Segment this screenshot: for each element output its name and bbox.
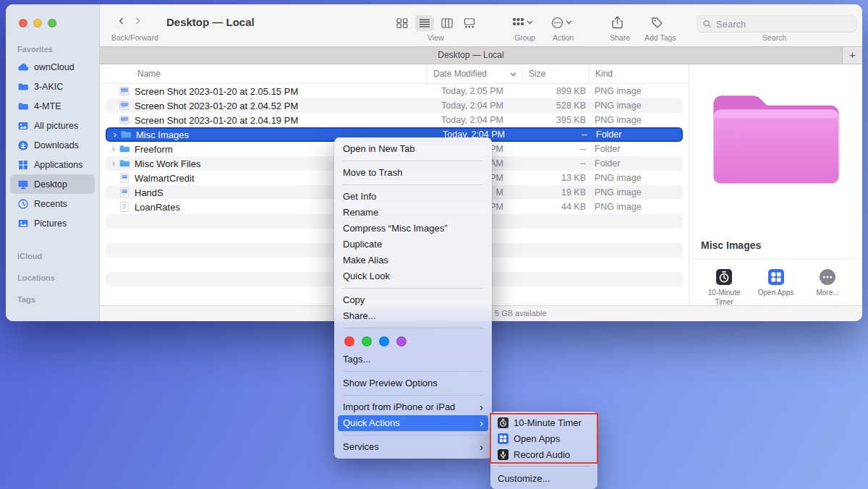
imgdoc-icon <box>119 187 130 198</box>
cloud-icon <box>17 61 29 73</box>
file-name: HandS <box>135 187 163 198</box>
search-field[interactable] <box>697 15 857 33</box>
file-kind: PNG image <box>589 115 683 125</box>
sidebar-section-locations[interactable]: Locations <box>17 273 99 282</box>
folderfile-icon <box>119 158 130 169</box>
preview-action-label: 10-Minute Timer <box>699 289 749 307</box>
sidebar-item-all-pictures[interactable]: All pictures <box>10 116 95 135</box>
preview-action-open-apps[interactable]: Open Apps <box>752 269 801 305</box>
menu-item-make-alias[interactable]: Make Alias <box>338 252 488 268</box>
search-input[interactable] <box>715 18 851 30</box>
forward-button[interactable]: › <box>135 10 140 29</box>
close-button[interactable] <box>19 19 27 27</box>
sidebar-item-recents[interactable]: Recents <box>10 194 95 213</box>
menu-item-label: Tags... <box>343 352 370 367</box>
sidebar-item-label: Applications <box>34 160 82 170</box>
column-header-date-modified[interactable]: Date Modified <box>427 64 522 83</box>
menu-item-move-to-trash[interactable]: Move to Trash <box>338 165 488 181</box>
menu-item-tags[interactable]: Tags... <box>338 352 488 367</box>
tag-blue[interactable] <box>379 336 389 346</box>
sidebar-section-favorites: Favorites <box>17 45 99 54</box>
column-view-icon <box>441 18 453 28</box>
sidebar-item-3-akic[interactable]: 3-AKIC <box>10 77 95 96</box>
file-row-screen-shot-2023-01-20-at-2-04-52-pm[interactable]: Screen Shot 2023-01-20 at 2.04.52 PMToda… <box>106 98 683 113</box>
sidebar-item-pictures[interactable]: Pictures <box>10 213 95 233</box>
disclosure-chevron-icon[interactable]: › <box>109 144 119 154</box>
tag-green[interactable] <box>362 336 372 346</box>
menu-item-quick-look[interactable]: Quick Look <box>338 268 488 284</box>
file-size: 19 KB <box>522 187 589 197</box>
tag-purple[interactable] <box>396 336 407 346</box>
traffic-lights <box>19 19 56 27</box>
share-button[interactable] <box>612 14 623 31</box>
menu-item-open-in-new-tab[interactable]: Open in New Tab <box>338 141 488 157</box>
file-row-screen-shot-2023-01-20-at-2-05-15-pm[interactable]: Screen Shot 2023-01-20 at 2.05.15 PMToda… <box>106 84 683 98</box>
preview-action-10-minute-timer[interactable]: 10-Minute Timer <box>699 269 749 305</box>
icon-view-button[interactable] <box>393 15 412 31</box>
menu-item-get-info[interactable]: Get Info <box>338 189 488 205</box>
preview-action-label: Open Apps <box>758 289 793 298</box>
submenu-arrow-icon: › <box>480 416 483 430</box>
submenu-item-record-audio[interactable]: Record Audio <box>493 446 595 462</box>
file-name: Screen Shot 2023-01-20 at 2.05.15 PM <box>135 86 298 97</box>
menu-item-compress-misc-images[interactable]: Compress “Misc Images” <box>338 221 488 237</box>
menu-item-label: Quick Actions <box>343 415 400 431</box>
sidebar-section-tags[interactable]: Tags <box>17 295 99 304</box>
file-date: Today, 2:04 PM <box>427 115 522 125</box>
sidebar-item-applications[interactable]: Applications <box>10 155 95 174</box>
add-tags-button[interactable] <box>651 14 663 31</box>
menu-item-duplicate[interactable]: Duplicate <box>338 237 488 252</box>
preview-action-more[interactable]: More... <box>803 269 852 305</box>
menu-separator <box>343 328 483 328</box>
menu-item-copy[interactable]: Copy <box>338 292 488 308</box>
file-kind: Folder <box>589 158 683 169</box>
menu-item-show-preview-options[interactable]: Show Preview Options <box>338 375 488 391</box>
menu-item-label: Rename <box>343 205 378 221</box>
action-button[interactable] <box>551 14 572 31</box>
disclosure-chevron-icon[interactable]: › <box>109 158 119 169</box>
menu-separator <box>343 288 483 289</box>
search-label: Search <box>762 33 786 42</box>
menu-item-customize[interactable]: Customize... <box>493 470 595 486</box>
tab-desktop-local[interactable]: Desktop — Local <box>100 47 842 64</box>
column-header-kind[interactable]: Kind <box>589 64 689 83</box>
submenu-item-open-apps[interactable]: Open Apps <box>493 430 595 446</box>
sidebar-item-owncloud[interactable]: ownCloud <box>10 57 95 77</box>
file-row-screen-shot-2023-01-20-at-2-04-19-pm[interactable]: Screen Shot 2023-01-20 at 2.04.19 PMToda… <box>106 113 683 127</box>
back-button[interactable]: ‹ <box>119 10 124 29</box>
gallery-view-button[interactable] <box>460 15 479 31</box>
file-kind: PNG image <box>589 187 683 197</box>
menu-item-share[interactable]: Share... <box>338 308 488 324</box>
column-view-button[interactable] <box>438 15 456 31</box>
minimize-button[interactable] <box>33 19 42 27</box>
menu-separator <box>343 395 483 396</box>
sidebar-item-downloads[interactable]: Downloads <box>10 135 95 155</box>
preview-folder-icon <box>705 83 847 195</box>
sidebar-item-desktop[interactable]: Desktop <box>10 174 95 194</box>
menu-item-label: Show Preview Options <box>343 375 438 391</box>
list-view-button[interactable] <box>415 15 434 31</box>
zoom-button[interactable] <box>48 19 56 27</box>
apps-icon <box>17 159 29 171</box>
menu-item-import-from-iphone-or-ipad[interactable]: Import from iPhone or iPad› <box>338 399 488 415</box>
sidebar-item-4-mte[interactable]: 4-MTE <box>10 96 95 116</box>
menu-item-quick-actions[interactable]: Quick Actions› <box>338 415 488 431</box>
group-button[interactable] <box>512 14 533 31</box>
submenu-item-10-minute-timer[interactable]: 10-Minute Timer <box>493 414 595 430</box>
new-tab-button[interactable]: + <box>842 47 862 64</box>
preview-pane: Misc Images 10-Minute TimerOpen AppsMore… <box>689 64 862 305</box>
sidebar-section-icloud[interactable]: iCloud <box>17 252 99 260</box>
file-kind: PNG image <box>589 86 683 96</box>
menu-item-label: Make Alias <box>343 252 388 268</box>
menu-item-services[interactable]: Services› <box>338 439 488 455</box>
desktop-icon <box>17 179 29 190</box>
menu-item-rename[interactable]: Rename <box>338 205 488 221</box>
sidebar-favorites-list: ownCloud3-AKIC4-MTEAll picturesDownloads… <box>6 57 99 233</box>
column-header-size[interactable]: Size <box>522 64 589 83</box>
column-header-name[interactable]: Name <box>100 64 427 83</box>
disclosure-chevron-icon[interactable]: › <box>110 129 120 140</box>
file-name: Misc Work Files <box>135 158 200 169</box>
tag-red[interactable] <box>344 336 354 346</box>
menu-separator <box>343 161 483 161</box>
context-menu: Open in New TabMove to TrashGet InfoRena… <box>334 137 492 459</box>
